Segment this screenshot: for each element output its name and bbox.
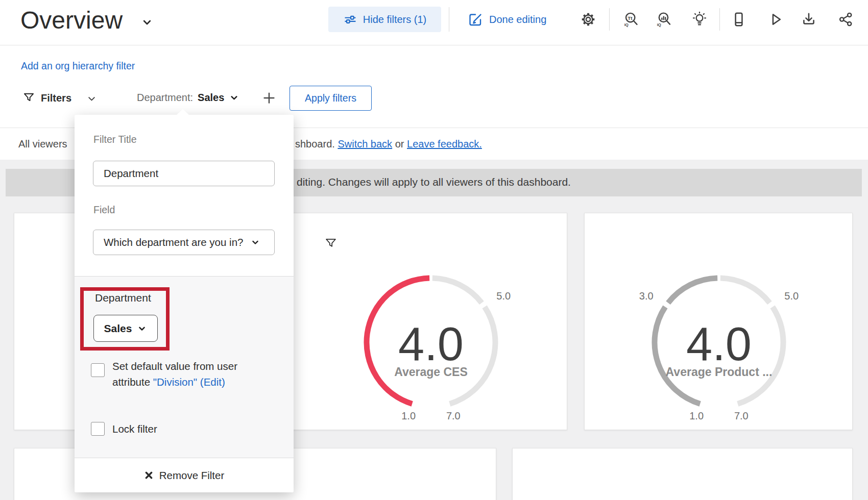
- sliders-icon: [343, 12, 357, 27]
- svg-text:iQ: iQ: [657, 22, 661, 27]
- pill-chevron-down-icon: [229, 92, 239, 103]
- svg-text:5.0: 5.0: [496, 290, 511, 302]
- svg-text:1.0: 1.0: [689, 410, 704, 421]
- filter-value-dropdown-text: Sales: [104, 322, 132, 335]
- message-fragment: shboard.: [295, 138, 335, 149]
- funnel-filter-icon: [22, 91, 35, 104]
- leave-feedback-link[interactable]: Leave feedback.: [407, 138, 482, 149]
- lock-filter-checkbox[interactable]: [91, 422, 105, 436]
- set-default-value-checkbox[interactable]: [91, 363, 105, 377]
- switch-back-link[interactable]: Switch back: [337, 138, 392, 149]
- set-default-value-label: Set default value from user attribute "D…: [112, 358, 237, 390]
- lock-filter-label: Lock filter: [112, 423, 157, 435]
- svg-text:4.0: 4.0: [398, 318, 464, 370]
- filters-chevron-down-icon[interactable]: [86, 93, 98, 105]
- svg-text:7.0: 7.0: [446, 410, 461, 421]
- widget-card-bottom-right: [512, 448, 853, 500]
- svg-text:5.0: 5.0: [784, 290, 799, 302]
- filter-settings-popover: Filter Title Department Field Which depa…: [75, 115, 294, 492]
- download-icon[interactable]: [801, 11, 817, 28]
- lightbulb-icon[interactable]: [691, 11, 708, 28]
- text-iq-icon[interactable]: Tt iQ: [623, 11, 639, 28]
- field-select-value: Which department are you in?: [104, 236, 243, 248]
- department-filter-pill[interactable]: Department: Sales: [137, 92, 239, 104]
- svg-text:3.0: 3.0: [639, 290, 654, 302]
- gauge-chart-average-product: 4.0Average Product ...1.07.03.05.0: [585, 213, 853, 431]
- audience-label: All viewers: [18, 138, 67, 150]
- mobile-icon[interactable]: [731, 11, 747, 28]
- field-select-chevron-down-icon: [250, 237, 260, 247]
- svg-text:Tt: Tt: [628, 15, 633, 21]
- selected-field-label: Department: [95, 292, 151, 304]
- filter-pill-value: Sales: [198, 92, 224, 104]
- toolbar-divider: [719, 8, 720, 31]
- widget-card-average-product: 4.0Average Product ...1.07.03.05.0: [584, 213, 853, 430]
- popover-caret: [177, 109, 189, 115]
- filter-title-input[interactable]: Department: [93, 161, 275, 186]
- field-label: Field: [93, 204, 115, 216]
- svg-text:iQ: iQ: [624, 22, 629, 27]
- editing-notice-text: diting. Changes will apply to all viewer…: [297, 176, 571, 188]
- conjunction: or: [395, 138, 404, 149]
- title-chevron-down-icon[interactable]: [140, 15, 154, 30]
- stats-iq-icon[interactable]: iQ: [656, 11, 672, 28]
- org-hierarchy-filter-link[interactable]: Add an org hierarchy filter: [21, 60, 135, 72]
- filter-value-dropdown[interactable]: Sales: [93, 315, 158, 342]
- division-edit-link[interactable]: "Division" (Edit): [153, 376, 225, 388]
- remove-x-icon: [144, 470, 154, 480]
- filter-title-label: Filter Title: [93, 134, 137, 145]
- svg-text:Average Product ...: Average Product ...: [666, 365, 773, 379]
- done-editing-button[interactable]: Done editing: [468, 7, 546, 32]
- dropdown-chevron-down-icon: [137, 323, 147, 334]
- hide-filters-button[interactable]: Hide filters (1): [328, 7, 441, 32]
- svg-text:1.0: 1.0: [401, 410, 416, 421]
- filters-bar: Filters Department: Sales Apply filters: [0, 82, 868, 114]
- svg-text:4.0: 4.0: [686, 318, 752, 370]
- play-icon[interactable]: [767, 11, 784, 28]
- remove-filter-button[interactable]: Remove Filter: [75, 458, 294, 492]
- viewer-message: shboard. Switch back or Leave feedback.: [295, 138, 482, 150]
- share-icon[interactable]: [838, 11, 854, 28]
- add-filter-button[interactable]: [261, 90, 277, 106]
- apply-filters-button[interactable]: Apply filters: [290, 86, 372, 111]
- filters-label: Filters: [41, 92, 71, 104]
- field-select[interactable]: Which department are you in?: [93, 230, 275, 255]
- filter-pill-name: Department:: [137, 92, 193, 104]
- settings-gear-icon[interactable]: [580, 11, 596, 28]
- edit-pencil-icon: [468, 12, 483, 27]
- page-title: Overview: [20, 6, 123, 34]
- svg-text:Average CES: Average CES: [394, 365, 468, 379]
- toolbar-divider: [609, 8, 610, 31]
- top-toolbar: Overview Hide filters (1) Done editing: [0, 0, 868, 45]
- svg-text:7.0: 7.0: [734, 410, 749, 421]
- toolbar-divider: [449, 7, 449, 32]
